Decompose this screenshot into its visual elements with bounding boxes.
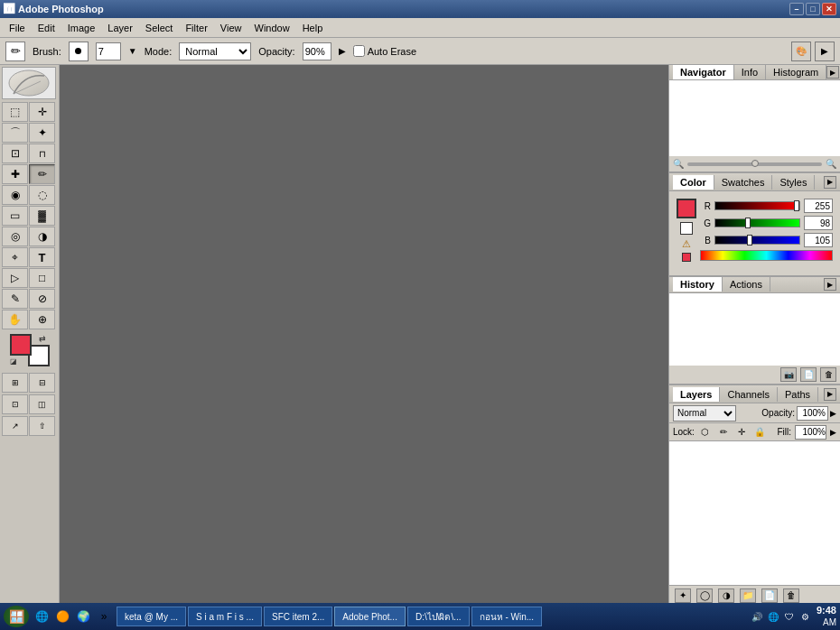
quick-launch-ie[interactable]: 🌐: [33, 607, 51, 625]
tab-color[interactable]: Color: [673, 175, 714, 190]
tool-notes[interactable]: ✎: [2, 289, 28, 309]
tool-type[interactable]: T: [29, 247, 55, 267]
tool-slice[interactable]: ⊓: [29, 144, 55, 163]
menu-file[interactable]: File: [4, 21, 31, 35]
tool-rectangular-marquee[interactable]: ⬚: [2, 102, 28, 122]
tool-dodge[interactable]: ◑: [29, 227, 55, 246]
tab-layers[interactable]: Layers: [673, 387, 720, 402]
r-value-input[interactable]: [804, 199, 833, 213]
g-value-input[interactable]: [804, 216, 833, 230]
lock-all-btn[interactable]: 🔒: [752, 426, 767, 439]
opacity-arrow[interactable]: ▶: [830, 409, 836, 418]
opacity-input[interactable]: [303, 42, 331, 60]
tool-eraser[interactable]: ▭: [2, 206, 28, 226]
lock-pixels-btn[interactable]: ✏: [716, 426, 731, 439]
tool-gradient[interactable]: ▓: [29, 206, 55, 226]
menu-layer[interactable]: Layer: [102, 21, 138, 35]
tab-channels[interactable]: Channels: [720, 387, 777, 402]
add-mask-btn[interactable]: ◯: [696, 588, 713, 603]
palette-icon-btn[interactable]: 🎨: [791, 42, 811, 61]
taskbar-item-3[interactable]: Adobe Phot...: [334, 607, 406, 626]
taskbar-item-1[interactable]: S i a m F i s ...: [188, 607, 262, 626]
tool-crop[interactable]: ⊡: [2, 144, 28, 163]
minimize-button[interactable]: –: [789, 3, 804, 15]
r-thumb[interactable]: [794, 200, 799, 211]
opacity-arrow[interactable]: ▶: [339, 46, 346, 56]
new-fill-layer-btn[interactable]: ◑: [718, 588, 734, 603]
brush-size-input[interactable]: [96, 42, 121, 60]
tool-standard-mode[interactable]: ⊞: [2, 373, 28, 393]
quick-launch-4[interactable]: »: [95, 607, 113, 625]
auto-erase-checkbox[interactable]: [353, 45, 365, 57]
tool-hand[interactable]: ✋: [2, 310, 28, 329]
tool-quick-mask[interactable]: ⊟: [29, 373, 55, 393]
tab-paths[interactable]: Paths: [778, 387, 818, 402]
mode-select[interactable]: Normal: [179, 42, 251, 60]
tab-swatches[interactable]: Swatches: [714, 175, 773, 190]
options-more-btn[interactable]: ▶: [815, 42, 835, 61]
quick-launch-2[interactable]: 🟠: [53, 607, 71, 625]
menu-help[interactable]: Help: [297, 21, 329, 35]
menu-select[interactable]: Select: [140, 21, 179, 35]
menu-image[interactable]: Image: [62, 21, 101, 35]
start-button[interactable]: 🪟: [4, 606, 29, 627]
tab-navigator[interactable]: Navigator: [673, 65, 734, 79]
tab-actions[interactable]: Actions: [723, 277, 770, 292]
zoom-in-icon[interactable]: 🔍: [826, 159, 836, 169]
tool-pen[interactable]: ⌖: [2, 247, 28, 267]
tool-history-brush[interactable]: ◌: [29, 185, 55, 205]
fill-input[interactable]: [795, 425, 826, 440]
tool-zoom[interactable]: ⊕: [29, 310, 55, 329]
taskbar-item-0[interactable]: keta @ My ...: [117, 607, 186, 626]
g-thumb[interactable]: [745, 218, 751, 228]
tool-screen-mode-2[interactable]: ◫: [29, 394, 55, 414]
history-new-doc[interactable]: 📄: [800, 367, 817, 382]
b-thumb[interactable]: [747, 235, 752, 246]
tab-histogram[interactable]: Histogram: [766, 65, 826, 79]
add-layer-style-btn[interactable]: ✦: [675, 588, 691, 603]
maximize-button[interactable]: □: [806, 3, 820, 15]
tool-healing[interactable]: ✚: [2, 164, 28, 184]
zoom-out-icon[interactable]: 🔍: [673, 159, 684, 169]
tool-lasso[interactable]: ⌒: [2, 123, 28, 143]
tool-brush[interactable]: ✏: [29, 164, 55, 184]
tool-imageready[interactable]: ⇧: [29, 416, 55, 436]
tab-info[interactable]: Info: [734, 65, 766, 79]
taskbar-item-5[interactable]: กอนห - Win...: [471, 607, 542, 626]
tool-magic-wand[interactable]: ✦: [29, 123, 55, 143]
brush-preview[interactable]: [69, 42, 89, 61]
zoom-slider[interactable]: [687, 162, 822, 166]
history-delete[interactable]: 🗑: [820, 367, 836, 382]
layers-mode-select[interactable]: Normal: [673, 405, 736, 422]
close-button[interactable]: ✕: [822, 3, 836, 15]
menu-edit[interactable]: Edit: [33, 21, 61, 35]
layers-panel-arrow[interactable]: ▶: [824, 388, 836, 401]
new-group-btn[interactable]: 📁: [740, 588, 756, 603]
tool-shape[interactable]: □: [29, 268, 55, 288]
layers-opacity-input[interactable]: [797, 406, 828, 421]
lock-transparency-btn[interactable]: ⬡: [698, 426, 713, 439]
color-preview-fg[interactable]: [677, 199, 696, 218]
delete-layer-btn[interactable]: 🗑: [783, 588, 799, 603]
g-slider[interactable]: [714, 218, 800, 227]
tool-blur[interactable]: ◎: [2, 227, 28, 246]
tool-clone-stamp[interactable]: ◉: [2, 185, 28, 205]
brush-size-arrow[interactable]: ▼: [128, 46, 137, 56]
fill-arrow[interactable]: ▶: [830, 428, 836, 437]
tool-eyedropper[interactable]: ⊘: [29, 289, 55, 309]
tool-path-select[interactable]: ▷: [2, 268, 28, 288]
tool-screen-mode-1[interactable]: ⊡: [2, 394, 28, 414]
quick-launch-3[interactable]: 🌍: [74, 607, 92, 625]
switch-colors-icon[interactable]: ⇄: [39, 334, 48, 343]
tool-icon-display[interactable]: ✏: [5, 42, 25, 61]
tool-jump-app[interactable]: ↗: [2, 416, 28, 436]
menu-filter[interactable]: Filter: [180, 21, 212, 35]
color-preview-bg[interactable]: [680, 222, 693, 235]
taskbar-item-2[interactable]: SFC item 2...: [264, 607, 332, 626]
b-value-input[interactable]: [804, 233, 833, 247]
lock-position-btn[interactable]: ✛: [734, 426, 749, 439]
history-panel-arrow[interactable]: ▶: [824, 278, 836, 291]
b-slider[interactable]: [714, 236, 800, 245]
foreground-color[interactable]: [10, 334, 32, 356]
navigator-panel-arrow[interactable]: ▶: [826, 66, 839, 79]
